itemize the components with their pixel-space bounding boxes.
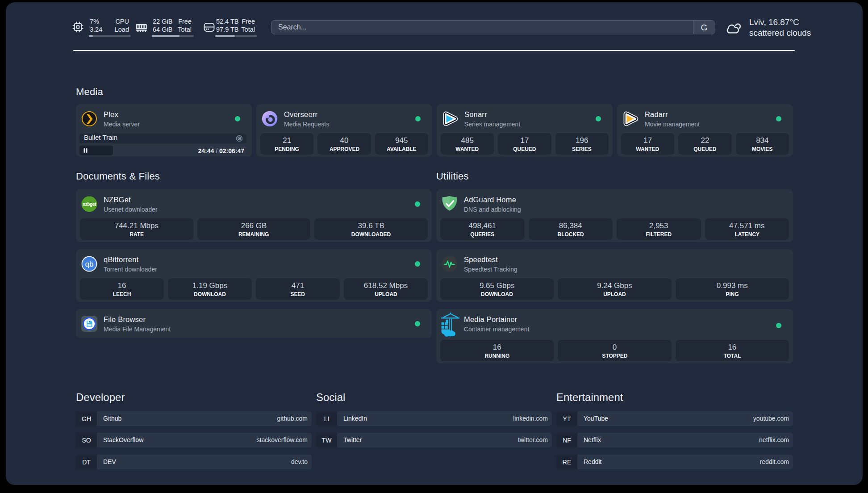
- svg-text:nzbget: nzbget: [83, 202, 96, 207]
- svg-text:qb: qb: [85, 260, 94, 268]
